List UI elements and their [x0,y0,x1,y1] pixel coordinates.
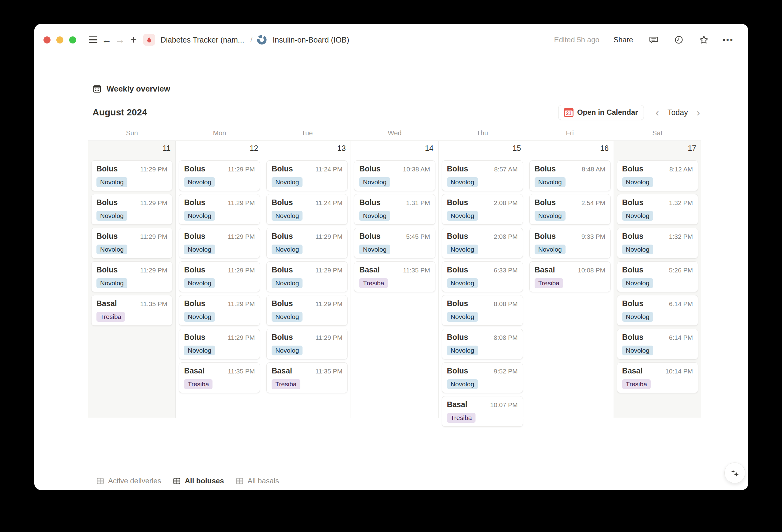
insulin-tag: Novolog [447,211,478,221]
today-button[interactable]: Today [668,108,688,117]
event-card[interactable]: Bolus6:14 PMNovolog [617,329,698,359]
event-card[interactable]: Bolus11:24 PMNovolog [266,161,348,191]
event-card[interactable]: Bolus11:29 PMNovolog [179,295,260,326]
event-card[interactable]: Bolus11:29 PMNovolog [266,295,348,326]
event-card[interactable]: Bolus11:29 PMNovolog [179,228,260,258]
close-window-button[interactable] [43,36,50,43]
back-button[interactable]: ← [100,33,113,46]
event-card[interactable]: Basal10:07 PMTresiba [442,396,523,427]
event-time: 1:32 PM [669,232,693,242]
insulin-tag: Novolog [184,211,215,221]
event-title: Basal [447,399,467,409]
day-cell-12[interactable]: 12Bolus11:29 PMNovologBolus11:29 PMNovol… [176,141,263,418]
event-card[interactable]: Bolus2:08 PMNovolog [442,194,523,225]
event-card[interactable]: Bolus2:54 PMNovolog [529,194,610,225]
event-card[interactable]: Bolus11:29 PMNovolog [91,194,172,225]
weekday-header-row: SunMonTueWedThuFriSat [88,128,701,139]
breadcrumb-item-diabetes-tracker[interactable]: Diabetes Tracker (nam... [158,34,246,46]
event-card[interactable]: Bolus11:29 PMNovolog [91,161,172,191]
insulin-tag: Tresiba [184,379,213,389]
history-icon[interactable] [672,33,685,46]
weekday-label-tue: Tue [263,128,351,139]
tab-active-deliveries[interactable]: Active deliveries [93,472,165,490]
event-time: 5:45 PM [406,232,430,242]
event-card[interactable]: Basal11:35 PMTresiba [91,295,172,326]
day-cell-11[interactable]: 11Bolus11:29 PMNovologBolus11:29 PMNovol… [88,141,176,418]
event-card[interactable]: Bolus2:08 PMNovolog [442,228,523,258]
event-card[interactable]: Basal11:35 PMTresiba [354,261,435,292]
event-card[interactable]: Bolus1:32 PMNovolog [617,228,698,258]
zoom-window-button[interactable] [69,36,76,43]
favorite-star-icon[interactable] [698,33,710,46]
day-cell-13[interactable]: 13Bolus11:24 PMNovologBolus11:24 PMNovol… [263,141,351,418]
comments-icon[interactable] [647,33,660,46]
event-card[interactable]: Bolus8:08 PMNovolog [442,295,523,326]
day-cell-17[interactable]: 17Bolus8:12 AMNovologBolus1:32 PMNovolog… [614,141,701,418]
event-card[interactable]: Basal11:35 PMTresiba [179,362,260,393]
event-card[interactable]: Bolus8:08 PMNovolog [442,329,523,359]
event-card[interactable]: Bolus6:33 PMNovolog [442,261,523,292]
date-number: 13 [337,144,346,153]
event-card[interactable]: Bolus11:29 PMNovolog [179,194,260,225]
event-time: 2:54 PM [581,198,605,208]
event-card[interactable]: Bolus11:29 PMNovolog [266,261,348,292]
event-title: Bolus [535,164,556,174]
event-title: Basal [184,366,205,376]
weekly-calendar-icon [93,84,102,93]
event-card[interactable]: Bolus5:45 PMNovolog [354,228,435,258]
event-title: Bolus [97,265,117,275]
breadcrumb-item-insulin-on-board[interactable]: Insulin-on-Board (IOB) [271,34,351,46]
event-title: Bolus [184,164,205,174]
day-cell-16[interactable]: 16Bolus8:48 AMNovologBolus2:54 PMNovolog… [526,141,614,418]
event-card[interactable]: Bolus9:33 PMNovolog [529,228,610,258]
event-card[interactable]: Bolus1:32 PMNovolog [617,194,698,225]
event-card[interactable]: Bolus8:57 AMNovolog [442,161,523,191]
next-week-button[interactable]: › [695,107,701,117]
event-card[interactable]: Bolus5:26 PMNovolog [617,261,698,292]
event-card[interactable]: Bolus11:29 PMNovolog [266,228,348,258]
event-card[interactable]: Basal11:35 PMTresiba [266,362,348,393]
more-options-icon[interactable]: ••• [722,35,734,45]
insulin-tag: Novolog [447,177,478,187]
new-page-button[interactable]: + [127,33,140,46]
event-card[interactable]: Basal10:14 PMTresiba [617,362,698,393]
day-cell-15[interactable]: 15Bolus8:57 AMNovologBolus2:08 PMNovolog… [439,141,526,418]
ai-sparkle-button[interactable] [724,463,745,483]
tab-label: Active deliveries [108,476,161,485]
insulin-tag: Novolog [272,177,303,187]
minimize-window-button[interactable] [56,36,63,43]
share-button[interactable]: Share [612,34,635,45]
forward-button[interactable]: → [113,33,127,46]
table-view-icon [173,477,181,485]
event-card[interactable]: Bolus11:24 PMNovolog [266,194,348,225]
event-card[interactable]: Bolus9:52 PMNovolog [442,362,523,393]
day-cell-14[interactable]: 14Bolus10:38 AMNovologBolus1:31 PMNovolo… [351,141,438,418]
insulin-tag: Novolog [622,278,653,288]
event-time: 6:14 PM [669,299,693,309]
date-number: 14 [425,144,433,153]
event-time: 10:07 PM [490,400,518,410]
event-card[interactable]: Bolus8:12 AMNovolog [617,161,698,191]
event-card[interactable]: Bolus11:29 PMNovolog [91,228,172,258]
event-card[interactable]: Bolus11:29 PMNovolog [179,161,260,191]
tab-all-boluses[interactable]: All boluses [169,472,227,490]
tab-all-basals[interactable]: All basals [232,472,283,490]
event-card[interactable]: Bolus10:38 AMNovolog [354,161,435,191]
breadcrumb: Diabetes Tracker (nam... / Insulin-on-Bo… [143,34,351,46]
event-card[interactable]: Bolus6:14 PMNovolog [617,295,698,326]
event-card[interactable]: Bolus11:29 PMNovolog [266,329,348,359]
event-card[interactable]: Bolus1:31 PMNovolog [354,194,435,225]
event-card[interactable]: Basal10:08 PMTresiba [529,261,610,292]
event-card[interactable]: Bolus11:29 PMNovolog [179,261,260,292]
insulin-tag: Novolog [184,177,215,187]
insulin-tag: Novolog [622,177,653,187]
sidebar-menu-icon[interactable] [86,36,100,43]
event-time: 11:35 PM [403,265,430,275]
event-card[interactable]: Bolus11:29 PMNovolog [179,329,260,359]
date-number: 15 [512,144,521,153]
event-card[interactable]: Bolus8:48 AMNovolog [529,161,610,191]
insulin-tag: Novolog [447,379,478,389]
open-in-calendar-button[interactable]: 21 Open in Calendar [558,105,644,120]
previous-week-button[interactable]: ‹ [654,107,660,117]
event-card[interactable]: Bolus11:29 PMNovolog [91,261,172,292]
